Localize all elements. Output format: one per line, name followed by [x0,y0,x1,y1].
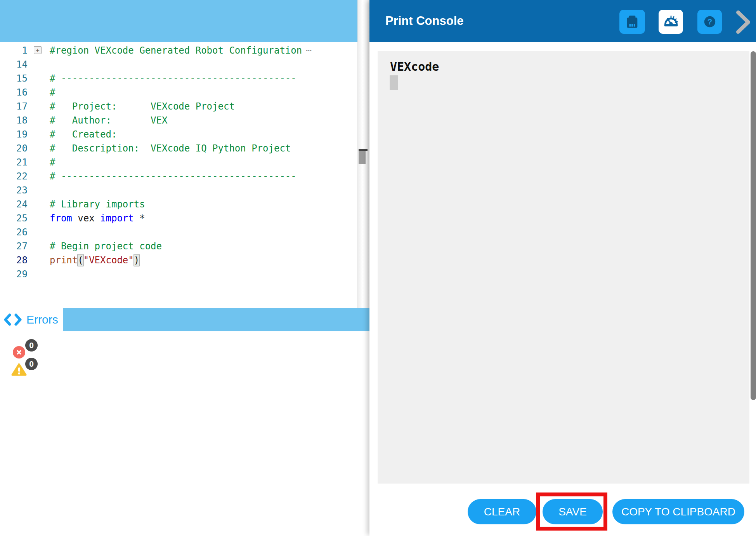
copy-to-clipboard-button[interactable]: COPY TO CLIPBOARD [612,499,744,524]
errors-tab-label: Errors [26,313,58,326]
clear-button[interactable]: CLEAR [468,499,536,524]
fold-expand-icon[interactable]: + [34,46,42,54]
line-number: 20 [0,141,28,155]
code-line[interactable]: 21# [0,155,357,169]
collapse-panel-button[interactable] [733,9,753,35]
code-line[interactable]: 26 [0,225,357,239]
code-text [50,57,357,71]
code-text: # --------------------------------------… [50,169,357,183]
fold-gutter [28,197,50,211]
code-text: from vex import * [50,211,357,225]
fold-gutter [28,267,50,281]
fold-gutter [28,225,50,239]
chevron-right-icon [733,9,753,35]
code-text: # Author: VEX [50,113,357,127]
line-number: 16 [0,85,28,99]
code-line[interactable]: 20# Description: VEXcode IQ Python Proje… [0,141,357,155]
help-button[interactable]: ? [697,10,722,34]
print-console-header: Print Console [369,0,756,42]
line-number: 23 [0,183,28,197]
console-scrollbar-thumb[interactable] [751,51,756,400]
code-text: # Library imports [50,197,357,211]
code-line[interactable]: 24# Library imports [0,197,357,211]
code-text: # Begin project code [50,239,357,253]
dashboard-gauge-icon [662,13,680,30]
code-line[interactable]: 16# [0,85,357,99]
vexcode-window: 1+#region VEXcode Generated Robot Config… [0,0,756,536]
svg-text:?: ? [707,17,712,26]
code-line[interactable]: 28print("VEXcode") [0,253,357,267]
code-editor[interactable]: 1+#region VEXcode Generated Robot Config… [0,42,357,308]
fold-gutter: + [28,44,50,57]
code-line[interactable]: 17# Project: VEXcode Project [0,99,357,113]
error-warning-counts: 0 0 [0,331,78,386]
code-line[interactable]: 15# ------------------------------------… [0,71,357,85]
warning-icon [11,363,27,376]
code-text: print("VEXcode") [50,253,357,267]
code-line[interactable]: 23 [0,183,357,197]
code-line[interactable]: 14 [0,57,357,71]
fold-gutter [28,141,50,155]
fold-gutter [28,211,50,225]
code-text: # Project: VEXcode Project [50,99,357,113]
code-line[interactable]: 22# ------------------------------------… [0,169,357,183]
error-count-badge: 0 [25,339,38,352]
fold-gutter [28,127,50,141]
fold-gutter [28,239,50,253]
line-number: 18 [0,113,28,127]
brain-device-button[interactable] [619,10,645,34]
code-line[interactable]: 25from vex import * [0,211,357,225]
line-number: 24 [0,197,28,211]
warning-count-badge: 0 [25,358,38,370]
code-text: # --------------------------------------… [50,71,357,85]
save-button[interactable]: SAVE [543,499,603,524]
code-line[interactable]: 19# Created: [0,127,357,141]
print-console-panel: Print Console [369,0,756,536]
line-number: 1 [0,44,28,57]
fold-gutter [28,99,50,113]
console-cursor [390,75,398,90]
line-number: 25 [0,211,28,225]
brain-icon [624,13,640,30]
code-text [50,267,357,281]
line-number: 14 [0,57,28,71]
line-number: 26 [0,225,28,239]
code-lines: 1+#region VEXcode Generated Robot Config… [0,44,357,281]
code-text: # Description: VEXcode IQ Python Project [50,141,357,155]
console-output-text: VEXcode [390,60,439,73]
error-icon [13,346,25,358]
editor-toolbar-bar [0,0,357,42]
code-text: #region VEXcode Generated Robot Configur… [50,44,357,57]
tab-errors[interactable]: Errors [0,308,63,331]
line-number: 21 [0,155,28,169]
fold-gutter [28,169,50,183]
code-line[interactable]: 27# Begin project code [0,239,357,253]
code-text [50,183,357,197]
fold-gutter [28,85,50,99]
errors-bar: Errors [0,308,369,331]
line-number: 19 [0,127,28,141]
line-number: 27 [0,239,28,253]
line-number: 15 [0,71,28,85]
editor-scrollbar-track[interactable] [357,0,369,308]
code-text: # Created: [50,127,357,141]
console-output-area[interactable]: VEXcode [378,51,749,484]
code-line[interactable]: 1+#region VEXcode Generated Robot Config… [0,44,357,57]
panel-title: Print Console [385,0,464,42]
fold-gutter [28,253,50,267]
fold-gutter [28,71,50,85]
code-line[interactable]: 29 [0,267,357,281]
fold-gutter [28,183,50,197]
x-icon [15,348,23,356]
code-text: # [50,85,357,99]
help-icon: ? [701,13,718,30]
print-console-dashboard-button[interactable] [659,10,683,34]
line-number: 28 [0,253,28,267]
editor-scrollbar-thumb[interactable] [359,151,366,164]
fold-gutter [28,155,50,169]
code-text [50,225,357,239]
code-brackets-icon [4,313,22,326]
line-number: 17 [0,99,28,113]
code-line[interactable]: 18# Author: VEX [0,113,357,127]
collapsed-region-indicator[interactable]: ⋯ [306,45,310,56]
